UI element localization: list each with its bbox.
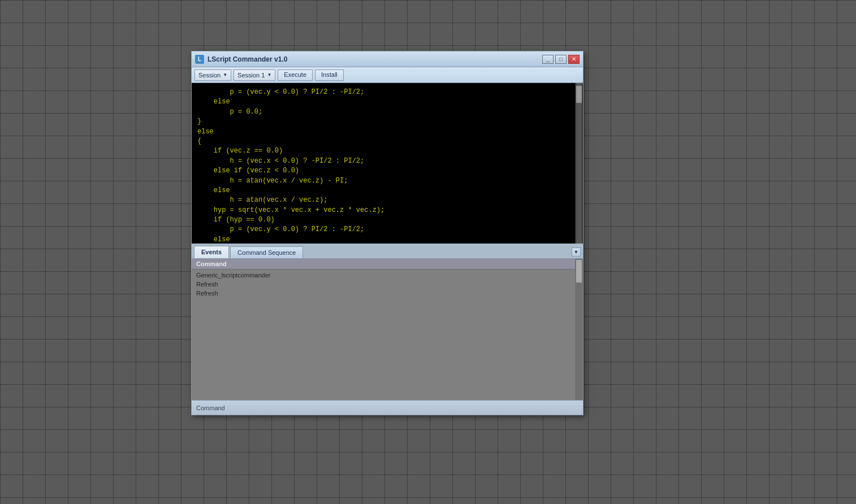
code-content: p = (vec.y < 0.0) ? PI/2 : -PI/2; else p…	[197, 88, 577, 244]
execute-button[interactable]: Execute	[278, 69, 313, 81]
command-bar: Command	[192, 400, 583, 415]
list-item[interactable]: Refresh	[192, 280, 583, 289]
window-controls: _ □ ✕	[542, 55, 580, 64]
command-label: Command	[196, 405, 225, 411]
close-button[interactable]: ✕	[568, 55, 580, 64]
title-bar-left: L LScript Commander v1.0	[195, 55, 287, 64]
window-content: p = (vec.y < 0.0) ? PI/2 : -PI/2; else p…	[192, 83, 583, 415]
session1-label: Session 1	[237, 72, 265, 79]
tab-dropdown-button[interactable]: ▼	[572, 247, 581, 257]
minimize-button[interactable]: _	[542, 55, 554, 64]
app-icon-letter: L	[198, 56, 201, 62]
session-dropdown-arrow: ▼	[223, 72, 227, 77]
app-icon: L	[195, 55, 204, 64]
maximize-button[interactable]: □	[555, 55, 567, 64]
scrollbar-track	[576, 83, 582, 244]
events-header: Command	[192, 259, 583, 270]
title-bar: L LScript Commander v1.0 _ □ ✕	[192, 51, 583, 67]
list-item[interactable]: Refresh	[192, 289, 583, 298]
scrollbar-thumb[interactable]	[576, 86, 582, 103]
session1-dropdown-arrow: ▼	[267, 72, 271, 77]
code-scrollbar[interactable]	[575, 83, 583, 244]
session-dropdown[interactable]: Session ▼	[194, 69, 231, 81]
main-window: L LScript Commander v1.0 _ □ ✕ Session ▼…	[191, 51, 583, 415]
list-item[interactable]: Generic_lscriptcommander	[192, 271, 583, 280]
events-scrollbar[interactable]	[575, 259, 583, 400]
session-label: Session	[198, 72, 221, 79]
events-list: Generic_lscriptcommander Refresh Refresh	[192, 270, 583, 299]
desktop: L LScript Commander v1.0 _ □ ✕ Session ▼…	[0, 0, 856, 504]
window-title: LScript Commander v1.0	[207, 55, 287, 63]
tab-command-sequence[interactable]: Command Sequence	[230, 246, 303, 258]
events-scrollbar-thumb[interactable]	[576, 260, 582, 283]
toolbar: Session ▼ Session 1 ▼ Execute Install	[192, 67, 583, 83]
tabs-bar: Events Command Sequence ▼	[192, 244, 583, 259]
events-panel: Command Generic_lscriptcommander Refresh…	[192, 259, 583, 400]
tab-events[interactable]: Events	[194, 246, 229, 258]
session1-dropdown[interactable]: Session 1 ▼	[234, 69, 275, 81]
code-editor[interactable]: p = (vec.y < 0.0) ? PI/2 : -PI/2; else p…	[192, 83, 583, 244]
install-button[interactable]: Install	[315, 69, 344, 81]
